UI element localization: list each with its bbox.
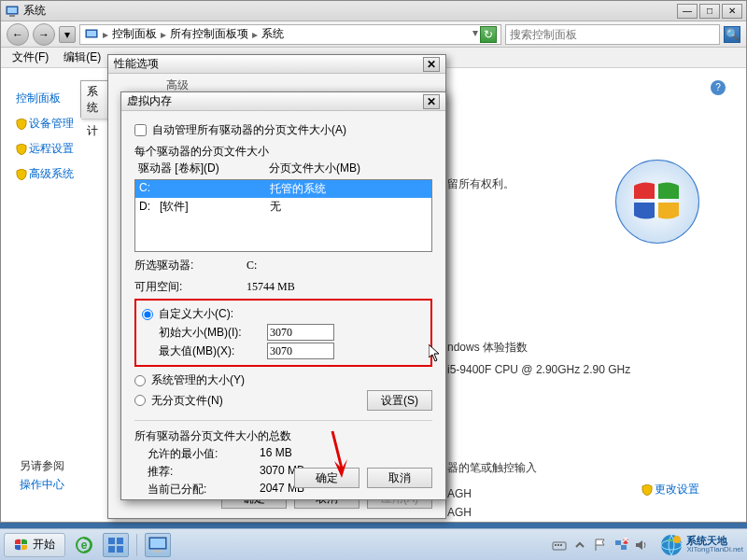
task-browser[interactable]: e	[71, 533, 97, 557]
task-computer[interactable]	[145, 533, 171, 557]
svg-line-7	[332, 431, 342, 469]
min-label: 允许的最小值:	[148, 446, 260, 462]
volume-icon[interactable]	[634, 538, 649, 553]
experience-index-text: ndows 体验指数	[447, 340, 718, 356]
task-app1[interactable]	[103, 533, 129, 557]
change-settings-link[interactable]: 更改设置	[641, 482, 699, 497]
forward-button[interactable]: →	[33, 23, 55, 46]
custom-size-highlight: 自定义大小(C): 初始大小(MB)(I): 最大值(MB)(X):	[134, 299, 432, 367]
search-button[interactable]: 🔍	[724, 26, 740, 43]
system-managed-label: 系统管理的大小(Y)	[151, 372, 245, 388]
cur-label: 当前已分配:	[148, 482, 260, 497]
vm-close-button[interactable]: ✕	[423, 94, 440, 109]
back-button[interactable]: ←	[7, 23, 29, 46]
svg-rect-18	[555, 544, 557, 546]
perf-close-button[interactable]: ✕	[423, 57, 440, 72]
annotation-arrow-icon	[325, 429, 353, 485]
paging-size-group: 每个驱动器的分页文件大小 驱动器 [卷标](D) 分页文件大小(MB) C: 托…	[134, 144, 432, 252]
vm-titlebar: 虚拟内存 ✕	[121, 92, 445, 111]
minimize-button[interactable]: —	[677, 4, 698, 19]
windows-flag-icon	[14, 538, 29, 553]
computer-icon	[84, 27, 99, 42]
drive-list[interactable]: C: 托管的系统 D: [软件] 无	[134, 179, 432, 252]
svg-rect-4	[87, 31, 96, 36]
selected-drive-row: 所选驱动器: C:	[134, 258, 432, 273]
max-size-input[interactable]	[267, 343, 334, 359]
advanced-system-link[interactable]: 高级系统	[16, 166, 79, 182]
network-icon[interactable]: ✕	[613, 538, 628, 553]
svg-rect-11	[117, 538, 123, 544]
maximize-button[interactable]: □	[699, 4, 720, 19]
perf-tabs: 视觉效果 高级 数据执行保护	[108, 74, 445, 91]
system-tray: ✕ 系统天地 XiTongTianDi.net	[552, 532, 743, 558]
drive-header-col: 驱动器 [卷标](D)	[138, 161, 269, 176]
set-button[interactable]: 设置(S)	[367, 390, 432, 411]
perf-title: 性能选项	[114, 56, 423, 72]
keyboard-icon[interactable]	[552, 538, 567, 553]
see-also-label: 另请参阅	[20, 458, 64, 474]
totals-title: 所有驱动器分页文件大小的总数	[134, 428, 432, 444]
dropdown-icon[interactable]: ▾	[472, 26, 478, 43]
menu-file[interactable]: 文件(F)	[7, 48, 54, 67]
computer-icon	[5, 4, 20, 19]
min-row: 允许的最小值: 16 MB	[148, 446, 432, 462]
system-popup-title: 系统	[81, 81, 107, 119]
search-box	[505, 24, 720, 45]
action-center-link[interactable]: 操作中心	[20, 477, 64, 493]
separator-icon: ▸	[103, 28, 108, 41]
start-button[interactable]: 开始	[4, 533, 65, 557]
initial-size-label: 初始大小(MB)(I):	[159, 325, 263, 341]
close-button[interactable]: ✕	[722, 4, 742, 19]
breadcrumb-item[interactable]: 所有控制面板项	[170, 26, 248, 42]
taskbar: 开始 e ✕ 系统天地 XiTongTianDi.net	[0, 528, 747, 560]
breadcrumb[interactable]: ▸ 控制面板 ▸ 所有控制面板项 ▸ 系统 ▾ ↻	[79, 24, 501, 45]
svg-text:✕: ✕	[621, 538, 628, 546]
dropdown-button[interactable]: ▾	[59, 26, 76, 43]
shield-icon	[16, 169, 27, 180]
refresh-button[interactable]: ↻	[480, 26, 497, 43]
breadcrumb-item[interactable]: 控制面板	[112, 26, 157, 42]
drive-d-paging: 无	[270, 199, 281, 215]
svg-rect-2	[9, 15, 15, 17]
chevron-up-icon[interactable]	[572, 538, 587, 553]
no-paging-label: 无分页文件(N)	[151, 393, 223, 409]
device-manager-link[interactable]: 设备管理	[16, 116, 79, 132]
initial-size-input[interactable]	[267, 324, 334, 341]
selected-drive-value: C:	[247, 259, 257, 273]
svg-rect-20	[560, 544, 562, 546]
svg-rect-16	[154, 550, 162, 553]
flag-icon[interactable]	[593, 538, 608, 553]
menu-edit[interactable]: 编辑(E)	[58, 48, 106, 67]
system-managed-radio-row: 系统管理的大小(Y)	[134, 372, 432, 388]
search-input[interactable]	[510, 28, 715, 41]
system-popup: 系统 计	[80, 80, 108, 118]
remote-settings-link[interactable]: 远程设置	[16, 141, 79, 157]
vm-cancel-button[interactable]: 取消	[367, 468, 432, 488]
available-space-row: 可用空间: 15744 MB	[134, 279, 432, 295]
custom-size-label: 自定义大小(C):	[159, 306, 233, 322]
separator-icon: ▸	[161, 28, 166, 41]
svg-rect-15	[150, 539, 165, 548]
svg-point-27	[673, 536, 681, 543]
drive-row-c[interactable]: C: 托管的系统	[135, 180, 431, 198]
watermark-url: XiTongTianDi.net	[686, 546, 743, 553]
auto-manage-label: 自动管理所有驱动器的分页文件大小(A)	[152, 122, 346, 138]
drive-header: 驱动器 [卷标](D) 分页文件大小(MB)	[134, 160, 432, 177]
shield-icon	[641, 484, 653, 496]
tab-advanced[interactable]: 高级	[166, 77, 189, 91]
drive-row-d[interactable]: D: [软件] 无	[135, 198, 431, 216]
browser-icon: e	[75, 536, 93, 554]
breadcrumb-item[interactable]: 系统	[261, 26, 284, 42]
auto-manage-checkbox[interactable]	[134, 124, 147, 136]
app-icon	[106, 536, 125, 554]
max-size-label: 最大值(MB)(X):	[159, 343, 263, 359]
custom-size-radio[interactable]	[142, 309, 153, 320]
system-managed-radio[interactable]	[134, 375, 146, 386]
shield-icon	[16, 144, 27, 155]
virtual-memory-dialog: 虚拟内存 ✕ 自动管理所有驱动器的分页文件大小(A) 每个驱动器的分页文件大小 …	[120, 91, 446, 500]
no-paging-radio[interactable]	[134, 395, 146, 406]
svg-rect-12	[108, 546, 115, 553]
navbar: ← → ▾ ▸ 控制面板 ▸ 所有控制面板项 ▸ 系统 ▾ ↻ 🔍	[1, 21, 746, 48]
initial-size-row: 初始大小(MB)(I):	[159, 324, 425, 341]
control-panel-home-link[interactable]: 控制面板	[16, 91, 79, 106]
